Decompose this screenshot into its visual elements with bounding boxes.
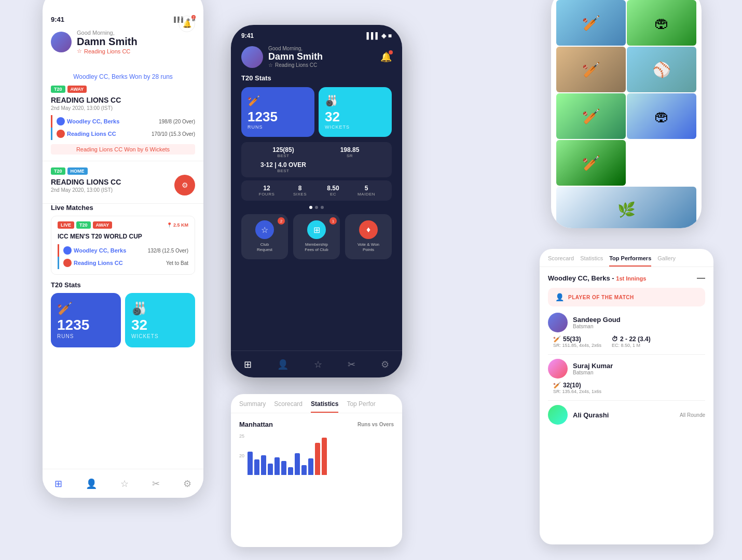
badge-t20-1: T20 <box>51 86 65 93</box>
cp-notif-membership[interactable]: 1 ⊞ MembershipFees of Club <box>293 214 340 259</box>
photo-3: 🏏 <box>556 47 626 92</box>
photo-placeholder-4: ⚾ <box>627 47 696 92</box>
rbc-content: Woodley CC, Berks - 1st Innings — 👤 PLAY… <box>540 267 713 437</box>
rbc-runs-val-1: 🏏 55(33) <box>553 335 601 343</box>
photo-2: 🏟 <box>627 0 696 46</box>
photo-8: 🌿 <box>556 187 696 228</box>
rbc-player-1-top: Sandeep Goud Batsman <box>548 313 705 332</box>
badge-away-1: AWAY <box>67 86 87 93</box>
nav-tools[interactable]: ✂ <box>152 478 160 489</box>
bar-5 <box>274 457 280 475</box>
photo-placeholder-6: 🏟 <box>627 93 696 139</box>
cp-wickets-num: 32 <box>325 110 386 123</box>
cp-notification-button[interactable]: 🔔 <box>380 51 392 63</box>
nav-favorites[interactable]: ☆ <box>120 478 129 489</box>
rbc-stat-wickets-1: ⏱ 2 - 22 (3.4) EC: 8.50, 1 M <box>612 335 651 348</box>
tab-statistics[interactable]: Statistics <box>311 400 338 413</box>
cp-greeting: Good Morning, <box>268 46 323 51</box>
tab-gallery-rbc[interactable]: Gallery <box>657 255 676 267</box>
cp-time: 9:41 <box>241 32 254 39</box>
cp-sub-stats-2: 12 FOURS 8 SIXES 8.50 EC 5 MAIDEN <box>241 180 392 201</box>
stat-card-runs: 🏏 1235 RUNS <box>51 293 121 347</box>
bar-10 <box>308 458 313 475</box>
rbc-runs-val-2: 🏏 32(10) <box>553 382 601 389</box>
lp-stats-section: T20 Stats 🏏 1235 RUNS 🎳 32 WICKETS <box>51 281 195 347</box>
cp-membership-icon: ⊞ <box>307 220 326 239</box>
lp-club: ☆ Reading Lions CC <box>77 48 138 54</box>
cp-notif-vote[interactable]: ♦ Vote & WonPoints <box>345 214 392 259</box>
photo-placeholder-3: 🏏 <box>556 47 626 92</box>
match-card-1: Woodley CC, Berks Won by 28 runs T20 AWA… <box>43 67 203 161</box>
nav-profile[interactable]: 👤 <box>86 478 97 489</box>
cp-carousel-dots <box>231 206 402 209</box>
badge-home-2: HOME <box>67 167 88 175</box>
cp-nav-tools[interactable]: ✂ <box>348 359 355 370</box>
rbc-player-2-stats: 🏏 32(10) SR: 135.64, 2x4s, 1x6s <box>548 382 705 394</box>
bar-9 <box>301 465 307 475</box>
cp-sr: 198.85 SR <box>318 146 381 158</box>
y-label-20: 20 <box>239 453 244 458</box>
cp-membership-label: MembershipFees of Club <box>298 242 335 253</box>
nav-home[interactable]: ⊞ <box>54 478 62 489</box>
tab-scorecard-rbc[interactable]: Scorecard <box>548 255 574 267</box>
rbc-player-1-name: Sandeep Goud <box>573 316 621 324</box>
team-row-1b: Reading Lions CC 170/10 (15.3 Over) <box>51 128 195 140</box>
tab-top-performers-rbc[interactable]: Top Performers <box>609 255 651 267</box>
dot-1[interactable] <box>309 206 312 209</box>
rbc-collapse-icon[interactable]: — <box>697 273 705 283</box>
lp-notification-button[interactable]: 🔔 2 <box>178 16 195 32</box>
rbc-player-of-match: 👤 PLAYER OF THE MATCH <box>548 288 705 306</box>
badge-t20-2: T20 <box>51 167 65 175</box>
runs-label: RUNS <box>57 333 115 339</box>
cp-avatar <box>241 46 263 68</box>
team-score-1b: 170/10 (15.3 Over) <box>152 131 195 137</box>
match-title-2: READING LIONS CC <box>51 178 121 186</box>
dot-2[interactable] <box>315 206 318 209</box>
match-winner-1: Reading Lions CC Won by 6 Wickets <box>51 144 195 155</box>
cp-club-icon: ☆ <box>255 220 274 239</box>
bar-2 <box>254 459 259 475</box>
photo-placeholder-2: 🏟 <box>627 0 696 46</box>
photos-panel: 🏏 🏟 🏏 ⚾ 🏏 🏟 🏏 🌿 <box>551 0 702 228</box>
nav-settings[interactable]: ⚙ <box>183 478 191 489</box>
bcc-tabs: Summary Scorecard Statistics Top Perfor <box>231 394 402 413</box>
cp-notif-club-request[interactable]: 2 ☆ ClubRequest <box>241 214 288 259</box>
cp-nav-settings[interactable]: ⚙ <box>381 359 389 370</box>
photo-4: ⚾ <box>627 47 696 92</box>
manhattan-chart-container: 25 20 <box>239 433 394 475</box>
tab-top-performers[interactable]: Top Perfor <box>347 400 375 413</box>
cp-signal: ▌▌▌ ◈ ■ <box>367 32 392 39</box>
tab-scorecard[interactable]: Scorecard <box>274 400 303 413</box>
cp-runs-num: 1235 <box>248 110 308 123</box>
cp-notif-dot <box>389 50 393 54</box>
rbc-avatar-2 <box>548 359 568 379</box>
divider-1 <box>548 354 705 355</box>
cp-header: Good Morning, Damn Smith ☆ Reading Lions… <box>231 39 402 74</box>
cp-nav-profile[interactable]: 👤 <box>277 359 288 370</box>
tab-summary[interactable]: Summary <box>239 400 266 413</box>
cp-vote-label: Vote & WonPoints <box>350 242 387 253</box>
lp-greeting: Good Morning, <box>77 30 138 36</box>
bar-12 <box>322 438 327 475</box>
stat-card-wickets: 🎳 32 WICKETS <box>125 293 195 347</box>
bar-3 <box>261 455 266 475</box>
settings-button[interactable]: ⚙ <box>174 175 195 195</box>
cp-fours: 12 FOURS <box>252 185 282 197</box>
bowling-icon: 🎳 <box>131 301 189 316</box>
right-bottom-card: Scorecard Statistics Top Performers Gall… <box>540 249 713 544</box>
live-score-1: 132/8 (12.5 Over) <box>148 248 188 254</box>
team-name-1a: Woodley CC, Berks <box>57 117 119 125</box>
lp-stats-title: T20 Stats <box>51 281 195 289</box>
tab-statistics-rbc[interactable]: Statistics <box>580 255 603 267</box>
badge-t20-live: T20 <box>76 221 91 229</box>
stats-cards-row: 🏏 1235 RUNS 🎳 32 WICKETS <box>51 293 195 347</box>
cp-club: ☆ Reading Lions CC <box>268 62 323 68</box>
cp-nav-favorites[interactable]: ☆ <box>314 359 322 370</box>
cp-notifications: 2 ☆ ClubRequest 1 ⊞ MembershipFees of Cl… <box>231 214 402 259</box>
cp-stat-wickets: 🎳 32 WICKETS <box>319 87 392 137</box>
cp-runs-lbl: RUNS <box>248 124 308 130</box>
dot-3[interactable] <box>321 206 324 209</box>
cp-nav-home[interactable]: ⊞ <box>244 359 252 370</box>
photo-placeholder-8: 🌿 <box>556 187 696 228</box>
center-phone: 9:41 ▌▌▌ ◈ ■ Good Morning, Damn Smith ☆ … <box>231 25 402 377</box>
